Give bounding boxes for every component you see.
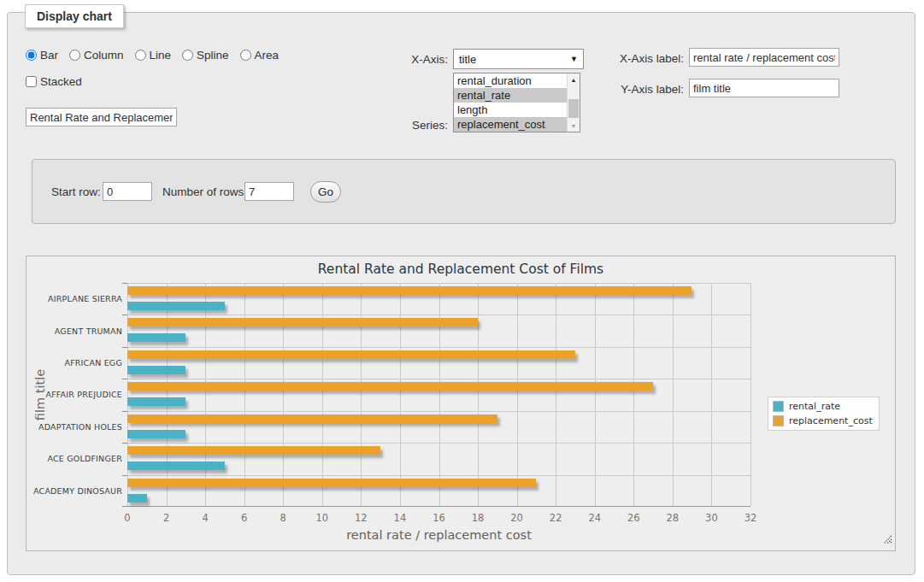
scroll-up-icon[interactable]: ▲ (568, 73, 580, 85)
gridline-vertical (750, 283, 751, 506)
fieldset-legend: Display chart (25, 4, 124, 28)
start-row-input[interactable] (103, 182, 152, 201)
x-tick-label: 10 (315, 512, 328, 524)
x-tick-labels: 02468101214161820222426283032 (127, 512, 750, 524)
x-tick-label: 26 (627, 512, 640, 524)
legend-entry-rental-rate: rental_rate (773, 401, 873, 412)
legend-swatch (773, 415, 784, 426)
chevron-down-icon: ▼ (570, 55, 578, 63)
scroll-down-icon[interactable]: ▼ (568, 120, 580, 132)
series-select-label: Series: (362, 119, 448, 132)
x-axis-select[interactable]: title ▼ (453, 49, 584, 69)
x-tick-label: 12 (355, 512, 368, 524)
x-axis-title: rental rate / replacement cost (127, 528, 750, 542)
y-tick-label: AIRPLANE SIERRA (30, 283, 122, 315)
bar-rental-rate (127, 302, 225, 310)
y-tick-label: AFRICAN EGG (30, 347, 122, 379)
legend-entry-replacement-cost: replacement_cost (773, 415, 873, 426)
bar-replacement-cost (127, 318, 478, 326)
chart-type-label: Area (255, 49, 280, 62)
row-controls-panel (32, 159, 896, 224)
bar-replacement-cost (127, 350, 575, 359)
chart-type-option-area[interactable]: Area (240, 49, 280, 62)
page: Display chart BarColumnLineSplineArea St… (0, 0, 924, 582)
stacked-option[interactable]: Stacked (26, 75, 82, 88)
bar-row (127, 411, 750, 443)
chart-type-option-column[interactable]: Column (69, 49, 124, 62)
series-listbox-items: rental_durationrental_ratelengthreplacem… (454, 73, 567, 132)
start-row-label: Start row: (51, 185, 101, 198)
scrollbar-thumb[interactable] (568, 99, 579, 118)
y-tick-label: ACADEMY DINOSAUR (30, 475, 122, 507)
chart-type-radio-bar[interactable] (26, 50, 37, 61)
go-button[interactable]: Go (310, 181, 341, 203)
x-axis-label-input[interactable] (689, 48, 839, 67)
series-scrollbar[interactable]: ▲ ▼ (567, 73, 580, 132)
bar-row (127, 443, 750, 474)
chart-type-option-bar[interactable]: Bar (26, 49, 58, 62)
x-tick-label: 24 (588, 512, 601, 524)
resize-grip-icon[interactable] (883, 532, 892, 548)
chart-type-radio-spline[interactable] (182, 50, 193, 61)
legend-swatch (773, 401, 784, 412)
y-category-labels: AIRPLANE SIERRAAGENT TRUMANAFRICAN EGGAF… (30, 283, 122, 507)
series-option-length[interactable]: length (454, 103, 567, 117)
x-axis-select-value: title (459, 53, 476, 66)
chart-title-input[interactable] (26, 108, 177, 126)
y-tick-label: ADAPTATION HOLES (30, 411, 122, 443)
chart-title: Rental Rate and Replacement Cost of Film… (26, 262, 895, 277)
x-axis-label-label: X-Axis label: (598, 52, 684, 65)
num-rows-label: Number of rows: (162, 185, 247, 198)
chart-type-option-spline[interactable]: Spline (182, 49, 229, 62)
series-option-rental-duration[interactable]: rental_duration (454, 73, 567, 88)
chart-type-radio-line[interactable] (135, 50, 146, 61)
chart-legend: rental_ratereplacement_cost (768, 397, 880, 431)
bar-replacement-cost (127, 446, 380, 455)
chart-container: Rental Rate and Replacement Cost of Film… (26, 256, 896, 551)
series-option-rental-rate[interactable]: rental_rate (454, 88, 567, 103)
x-tick-label: 18 (472, 512, 485, 524)
x-tick-label: 6 (241, 512, 247, 524)
bar-rental-rate (127, 366, 185, 374)
chart-type-label: Bar (40, 49, 58, 62)
chart-type-options: BarColumnLineSplineArea (26, 49, 279, 62)
y-axis-label-label: Y-Axis label: (598, 83, 684, 96)
bar-row (127, 347, 750, 379)
x-tick-label: 20 (510, 512, 523, 524)
num-rows-input[interactable] (244, 182, 294, 201)
stacked-checkbox[interactable] (26, 76, 37, 87)
x-tick-label: 28 (667, 512, 680, 524)
y-tick-label: AGENT TRUMAN (30, 315, 122, 346)
x-tick-label: 22 (550, 512, 562, 524)
x-tick-label: 16 (433, 512, 445, 524)
stacked-label: Stacked (40, 75, 82, 88)
bar-rental-rate (127, 397, 185, 406)
chart-type-label: Line (150, 49, 172, 62)
x-tick-label: 8 (280, 512, 286, 524)
bar-rental-rate (127, 494, 147, 503)
chart-type-option-line[interactable]: Line (135, 49, 172, 62)
chart-type-radio-area[interactable] (240, 50, 251, 61)
series-option-replacement-cost[interactable]: replacement_cost (454, 117, 567, 132)
bar-rental-rate (127, 430, 185, 438)
x-tick-label: 14 (394, 512, 407, 524)
bar-row (127, 379, 750, 410)
bar-row (127, 283, 750, 315)
x-tick-label: 0 (124, 512, 130, 524)
y-tick-label: ACE GOLDFINGER (30, 443, 122, 474)
plot-area (127, 283, 750, 507)
y-axis-label-input[interactable] (689, 79, 839, 97)
legend-label: replacement_cost (789, 415, 873, 426)
x-tick-label: 32 (744, 512, 757, 524)
x-tick-label: 4 (202, 512, 208, 524)
legend-label: rental_rate (789, 401, 840, 412)
chart-type-radio-column[interactable] (69, 50, 80, 61)
bar-replacement-cost (127, 286, 692, 295)
chart-type-label: Spline (197, 49, 229, 62)
bar-rental-rate (127, 461, 225, 470)
bar-row (127, 475, 750, 507)
bar-replacement-cost (127, 479, 536, 487)
x-axis-select-label: X-Axis: (362, 53, 448, 66)
series-listbox[interactable]: rental_durationrental_ratelengthreplacem… (453, 73, 580, 132)
stacked-row: Stacked (26, 75, 82, 88)
